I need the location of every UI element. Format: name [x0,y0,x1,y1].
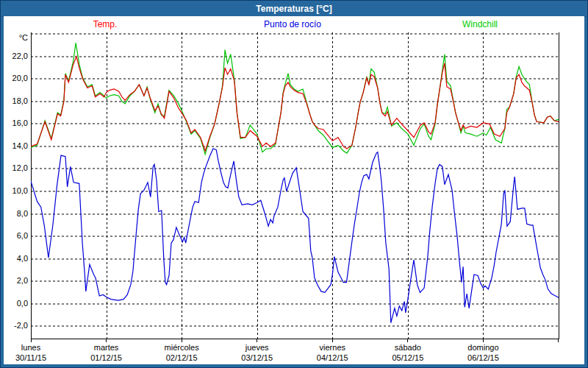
y-tick-label: 4,0 [4,254,28,263]
x-axis-tick [31,339,32,342]
x-axis-tick [257,339,257,342]
y-tick-label: 20,0 [4,74,28,82]
app-window: Temperaturas [°C] Temp. Punto de rocío W… [0,0,588,368]
legend-item-windchill: Windchill [462,19,498,29]
legend-item-dewpoint: Punto de rocío [264,19,321,29]
x-axis-tick [407,339,408,342]
x-day-name: jueves [245,343,269,352]
y-tick-label: 10,0 [4,186,28,195]
x-day-name: sábado [395,343,421,352]
y-tick-label: 18,0 [4,96,28,105]
x-axis-tick [332,339,333,342]
x-axis-tick [106,339,107,342]
x-day-name: miércoles [165,343,199,352]
series-line-windchill [31,43,559,154]
y-tick-label: 0,0 [4,299,28,308]
y-tick-label: 12,0 [4,163,28,172]
y-tick-label: 14,0 [4,141,28,150]
y-tick-label: 6,0 [4,231,28,240]
x-axis-tick [483,339,484,342]
x-day-date: 04/12/15 [317,353,348,362]
x-day-date: 03/12/15 [241,353,273,362]
y-tick-label: 8,0 [4,209,28,218]
y-tick-label: 2,0 [4,276,28,285]
y-tick-label: -2,0 [4,321,28,330]
x-day-name: martes [94,343,119,352]
x-day-date: 05/12/15 [392,353,423,362]
y-axis-unit-label: °C [4,33,28,42]
x-day-name: domingo [467,343,498,352]
chart-panel: Temp. Punto de rocío Windchill °C 22,020… [4,16,584,364]
y-tick-label: 16,0 [4,118,28,127]
x-day-date: 06/12/15 [467,353,499,362]
x-day-date: 01/12/15 [90,353,122,362]
series-line-temp- [31,57,559,151]
x-axis-tick [558,339,559,342]
window-title: Temperaturas [°C] [256,4,331,14]
legend-item-temp: Temp. [93,19,118,29]
title-bar[interactable]: Temperaturas [°C] [1,1,587,17]
plot-area [31,32,559,339]
x-axis-tick [182,339,182,342]
x-day-name: viernes [320,343,345,352]
y-tick-label: 22,0 [4,52,28,60]
x-day-name: lunes [21,343,40,352]
x-day-date: 02/12/15 [166,353,198,362]
series-line-punto-de-roc-o [31,149,559,323]
x-day-date: 30/11/15 [15,353,46,362]
